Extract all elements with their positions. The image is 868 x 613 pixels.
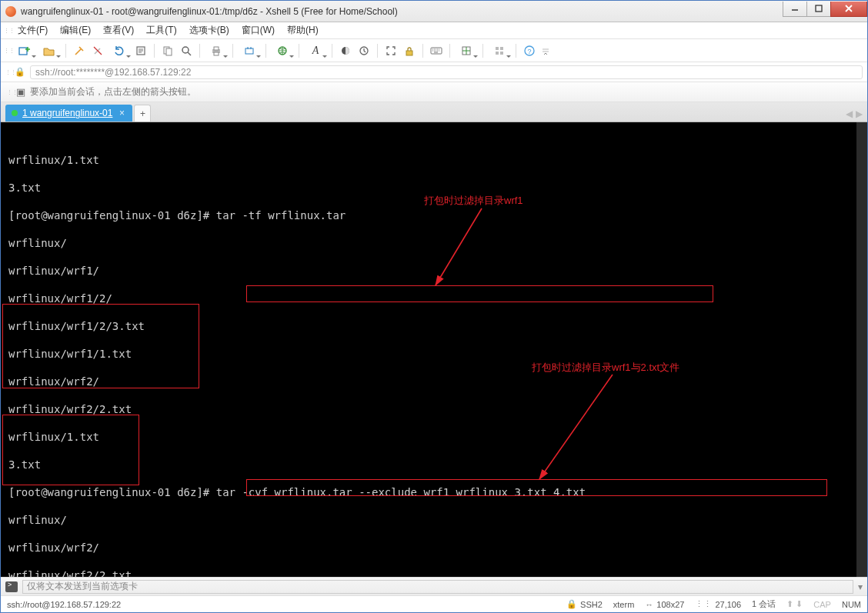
toolbar-separator xyxy=(482,44,483,58)
svg-rect-0 xyxy=(816,5,822,12)
fullscreen-button[interactable] xyxy=(382,42,399,59)
lock-icon: 🔒 xyxy=(566,599,577,609)
search-button[interactable] xyxy=(178,42,195,59)
keyboard-button[interactable] xyxy=(428,42,445,59)
session-tab[interactable]: 1 wangruifenglinux-01 × xyxy=(5,105,132,122)
address-bar: ⋮⋮ 🔒 ssh://root:********@192.168.57.129:… xyxy=(1,62,867,82)
tab-close-button[interactable]: × xyxy=(117,108,126,118)
tab-navigation: ◀ ▶ xyxy=(846,108,863,122)
status-bar: ssh://root@192.168.57.129:22 🔒SSH2 xterm… xyxy=(1,595,867,612)
browser-button[interactable] xyxy=(271,42,294,59)
command-dropdown-button[interactable]: ▾ xyxy=(858,581,863,592)
terminal-line: [root@wangruifenglinux-01 d6z]# tar -tf … xyxy=(8,208,863,222)
terminal-line: wrflinux/ xyxy=(8,513,863,527)
terminal[interactable]: wrflinux/1.txt 3.txt [root@wangruifengli… xyxy=(1,122,867,577)
svg-rect-17 xyxy=(500,47,503,50)
terminal-line: wrflinux/1.txt xyxy=(8,153,863,167)
grip-icon: ⋮⋮ xyxy=(4,49,8,52)
svg-rect-4 xyxy=(166,48,172,55)
toolbar-separator xyxy=(299,44,299,58)
tab-next-button[interactable]: ▶ xyxy=(856,108,863,119)
terminal-line: wrflinux/wrf1/ xyxy=(8,264,863,278)
terminal-line: 3.txt xyxy=(8,181,863,195)
disconnect-button[interactable] xyxy=(89,42,106,59)
copy-button[interactable] xyxy=(159,42,176,59)
grip-icon: ⋮⋮ xyxy=(4,29,8,32)
svg-rect-19 xyxy=(500,52,503,55)
new-session-button[interactable] xyxy=(13,42,36,59)
hint-bar: ⋮⋮ ▣ 要添加当前会话，点击左侧的箭头按钮。 xyxy=(1,82,867,102)
properties-button[interactable] xyxy=(132,42,149,59)
color-scheme-button[interactable] xyxy=(337,42,354,59)
arrange-button[interactable] xyxy=(488,42,511,59)
font-button[interactable]: A xyxy=(304,42,327,59)
lock-button[interactable] xyxy=(401,42,418,59)
annotation-text: 打包时过滤掉目录wrf1 xyxy=(424,194,523,208)
resize-icon: ↔ xyxy=(645,600,653,609)
terminal-line: wrflinux/wrf2/2.txt xyxy=(8,402,863,416)
minimize-button[interactable] xyxy=(783,2,807,17)
address-field[interactable]: ssh://root:********@192.168.57.129:22 xyxy=(30,65,863,79)
terminal-line: 3.txt xyxy=(8,458,863,471)
status-updown: ⬆ ⬇ xyxy=(786,599,803,609)
window-buttons xyxy=(783,2,867,17)
session-log-button[interactable] xyxy=(356,42,372,59)
menu-help[interactable]: 帮助(H) xyxy=(281,22,325,38)
reconnect-button[interactable] xyxy=(108,42,131,59)
lock-icon: 🔒 xyxy=(15,67,25,77)
app-window: wangruifenglinux-01 - root@wangruifengli… xyxy=(0,0,868,613)
tab-prev-button[interactable]: ◀ xyxy=(846,108,853,119)
toolbar-separator xyxy=(232,44,233,58)
status-num: NUM xyxy=(842,600,861,609)
menu-window[interactable]: 窗口(W) xyxy=(235,22,281,38)
print-button[interactable] xyxy=(205,42,228,59)
layout-button[interactable] xyxy=(455,42,478,59)
toolbar-separator xyxy=(199,44,200,58)
status-cap: CAP xyxy=(813,600,831,609)
open-button[interactable] xyxy=(38,42,61,59)
toolbar-options-button[interactable] xyxy=(539,42,552,59)
toolbar-separator xyxy=(516,44,516,58)
terminal-line: wrflinux/wrf2/ xyxy=(8,541,863,555)
menu-tools[interactable]: 工具(T) xyxy=(140,22,182,38)
menu-tab[interactable]: 选项卡(B) xyxy=(183,22,235,38)
grip-icon: ⋮⋮ xyxy=(7,91,12,94)
svg-rect-18 xyxy=(496,52,499,55)
hint-text: 要添加当前会话，点击左侧的箭头按钮。 xyxy=(30,85,196,98)
command-placeholder: 仅将文本发送到当前选项卡 xyxy=(27,580,138,593)
terminal-scrollbar[interactable] xyxy=(856,122,867,577)
menubar: ⋮⋮ 文件(F) 编辑(E) 查看(V) 工具(T) 选项卡(B) 窗口(W) … xyxy=(1,22,867,39)
command-input[interactable]: 仅将文本发送到当前选项卡 xyxy=(22,580,853,594)
tab-bar: 1 wangruifenglinux-01 × + ◀ ▶ xyxy=(1,102,867,122)
status-protocol: 🔒SSH2 xyxy=(566,599,603,609)
close-button[interactable] xyxy=(830,2,867,17)
toolbar-separator xyxy=(65,44,66,58)
terminal-line: [root@wangruifenglinux-01 d6z]# tar -cvf… xyxy=(8,485,863,499)
toolbar-separator xyxy=(449,44,450,58)
status-size: ↔108x27 xyxy=(645,600,684,609)
window-title: wangruifenglinux-01 - root@wangruifengli… xyxy=(21,6,783,17)
help-button[interactable]: ? xyxy=(521,42,538,59)
toolbar: ⋮⋮ A ? xyxy=(1,39,867,62)
svg-rect-7 xyxy=(214,47,219,50)
xftp-button[interactable] xyxy=(238,42,261,59)
tab-label: 1 wangruifenglinux-01 xyxy=(22,108,112,118)
toolbar-separator xyxy=(422,44,423,58)
bookmark-add-icon[interactable]: ▣ xyxy=(16,86,25,98)
status-cursor-position: ⋮⋮27,106 xyxy=(695,599,741,609)
terminal-line: wrflinux/wrf1/2/3.txt xyxy=(8,319,863,333)
svg-point-5 xyxy=(182,47,189,53)
menu-view[interactable]: 查看(V) xyxy=(97,22,140,38)
titlebar: wangruifenglinux-01 - root@wangruifengli… xyxy=(1,1,867,22)
tab-add-button[interactable]: + xyxy=(134,105,151,122)
svg-text:?: ? xyxy=(527,48,531,55)
svg-rect-9 xyxy=(245,48,253,54)
connect-button[interactable] xyxy=(71,42,88,59)
terminal-line: wrflinux/wrf1/1.txt xyxy=(8,347,863,361)
grip-icon: ⋮⋮ xyxy=(5,71,10,74)
menu-edit[interactable]: 编辑(E) xyxy=(54,22,97,38)
status-term: xterm xyxy=(613,600,635,609)
menu-file[interactable]: 文件(F) xyxy=(12,22,54,38)
maximize-button[interactable] xyxy=(806,2,831,17)
toolbar-separator xyxy=(332,44,332,58)
